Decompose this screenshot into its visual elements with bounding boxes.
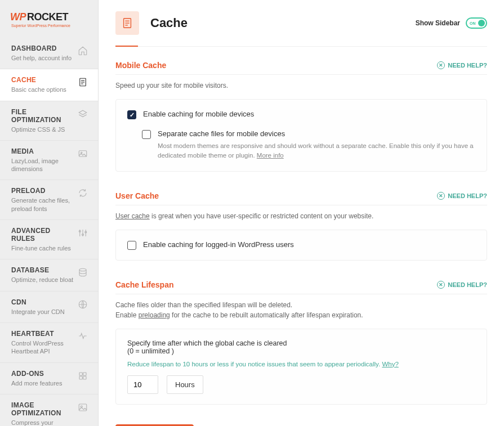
lifespan-tip: Reduce lifespan to 10 hours or less if y… — [127, 361, 475, 367]
separate-cache-desc: Most modern themes are responsive and sh… — [158, 141, 475, 161]
nav-item-heartbeat[interactable]: HEARTBEAT Control WordPress Heartbeat AP… — [0, 323, 98, 363]
nav-item-image-optimization[interactable]: IMAGE OPTIMIZATION Compress your images — [0, 394, 98, 426]
nav-title: MEDIA — [11, 147, 74, 155]
nav-item-file-optimization[interactable]: FILE OPTIMIZATION Optimize CSS & JS — [0, 101, 98, 141]
nav-subtitle: Optimize, reduce bloat — [11, 276, 74, 284]
media-icon — [78, 149, 88, 159]
section-user-cache: User Cache ✕ NEED HELP? User cache is gr… — [115, 191, 487, 261]
nav-title: PRELOAD — [11, 187, 74, 195]
lifespan-title: Cache Lifespan — [115, 280, 173, 289]
user-cache-title: User Cache — [115, 191, 159, 200]
nav-item-media[interactable]: MEDIA LazyLoad, image dimensions — [0, 141, 98, 181]
lifespan-panel: Specify time after which the global cach… — [115, 329, 487, 405]
nav-title: HEARTBEAT — [11, 330, 74, 338]
page-header: Cache Show Sidebar ON — [115, 11, 487, 47]
save-changes-button[interactable]: SAVE CHANGES — [115, 424, 194, 427]
svg-point-12 — [79, 269, 86, 272]
nav-title: DATABASE — [11, 266, 74, 274]
nav-subtitle: Generate cache files, preload fonts — [11, 196, 74, 213]
nav-subtitle: Compress your images — [11, 419, 74, 426]
user-cache-link[interactable]: User cache — [115, 212, 150, 220]
svg-rect-16 — [79, 376, 82, 379]
section-cache-lifespan: Cache Lifespan ✕ NEED HELP? Cache files … — [115, 280, 487, 405]
lifespan-spec2: (0 = unlimited ) — [127, 347, 475, 355]
checkbox-mobile-cache[interactable] — [127, 110, 136, 119]
sliders-icon — [78, 228, 88, 238]
lifespan-value-input[interactable] — [127, 375, 158, 394]
nav-item-cdn[interactable]: CDN Integrate your CDN — [0, 292, 98, 323]
nav-title: FILE OPTIMIZATION — [11, 108, 74, 124]
lifespan-spec: Specify time after which the global cach… — [127, 339, 475, 347]
svg-rect-14 — [79, 373, 82, 375]
nav-item-dashboard[interactable]: DASHBOARD Get help, account info — [0, 38, 98, 69]
lifespan-unit-select[interactable]: Hours — [167, 375, 203, 394]
sidebar: WPROCKET Superior WordPress Performance … — [0, 0, 99, 426]
show-sidebar-toggle[interactable]: ON — [466, 17, 487, 29]
preloading-link[interactable]: preloading — [139, 311, 170, 319]
separate-cache-label[interactable]: Separate cache files for mobile devices — [158, 129, 475, 138]
help-link-mobile[interactable]: ✕ NEED HELP? — [437, 61, 487, 69]
nav-item-cache[interactable]: CACHE Basic cache options — [0, 69, 98, 101]
help-text: NEED HELP? — [448, 62, 487, 69]
section-mobile-cache: Mobile Cache ✕ NEED HELP? Speed up your … — [115, 61, 487, 172]
user-cache-label[interactable]: Enable caching for logged-in WordPress u… — [143, 240, 475, 249]
nav-title: IMAGE OPTIMIZATION — [11, 401, 74, 417]
svg-rect-18 — [79, 404, 87, 411]
lifespan-desc: Cache files older than the specified lif… — [115, 300, 487, 320]
show-sidebar-wrap: Show Sidebar ON — [416, 17, 487, 29]
main-content: Cache Show Sidebar ON Mobile Cache ✕ NEE… — [99, 0, 504, 426]
logo: WPROCKET Superior WordPress Performance — [0, 0, 98, 38]
help-text: NEED HELP? — [448, 192, 487, 199]
logo-wp: WP — [10, 11, 26, 23]
page-icon — [115, 11, 139, 35]
nav-subtitle: Add more features — [11, 379, 74, 387]
mobile-cache-label[interactable]: Enable caching for mobile devices — [143, 110, 475, 118]
nav-title: ADVANCED RULES — [11, 227, 74, 243]
nav-item-preload[interactable]: PRELOAD Generate cache files, preload fo… — [0, 180, 98, 220]
svg-rect-15 — [83, 373, 86, 375]
layers-icon — [78, 109, 88, 119]
more-info-link[interactable]: More info — [257, 152, 284, 159]
svg-rect-17 — [83, 376, 86, 379]
help-text: NEED HELP? — [448, 281, 487, 288]
nav-title: CDN — [11, 298, 74, 306]
show-sidebar-label: Show Sidebar — [416, 19, 460, 27]
user-panel: Enable caching for logged-in WordPress u… — [115, 230, 487, 261]
home-icon — [78, 46, 88, 56]
database-icon — [78, 267, 88, 277]
heartbeat-icon — [78, 331, 88, 341]
nav-item-advanced-rules[interactable]: ADVANCED RULES Fine-tune cache rules — [0, 220, 98, 259]
logo-rocket: ROCKET — [27, 11, 68, 23]
cdn-icon — [78, 299, 88, 310]
nav-subtitle: Control WordPress Heartbeat API — [11, 339, 74, 356]
help-link-user[interactable]: ✕ NEED HELP? — [437, 192, 487, 200]
nav-subtitle: Fine-tune cache rules — [11, 244, 74, 252]
help-icon: ✕ — [437, 61, 445, 69]
nav-subtitle: Integrate your CDN — [11, 308, 74, 316]
checkbox-user-cache[interactable] — [127, 241, 136, 250]
image-icon — [78, 402, 88, 412]
why-link[interactable]: Why? — [382, 361, 398, 367]
nav-item-add-ons[interactable]: ADD-ONS Add more features — [0, 363, 98, 394]
nav-subtitle: Get help, account info — [11, 54, 74, 62]
nav-subtitle: Optimize CSS & JS — [11, 125, 74, 133]
nav-title: DASHBOARD — [11, 44, 74, 52]
help-link-lifespan[interactable]: ✕ NEED HELP? — [437, 281, 487, 289]
nav-subtitle: Basic cache options — [11, 86, 74, 93]
nav-item-database[interactable]: DATABASE Optimize, reduce bloat — [0, 259, 98, 291]
addons-icon — [78, 371, 88, 381]
mobile-cache-title: Mobile Cache — [115, 61, 166, 70]
document-icon — [121, 17, 133, 29]
nav-subtitle: LazyLoad, image dimensions — [11, 157, 74, 173]
nav-title: ADD-ONS — [11, 370, 74, 378]
help-icon: ✕ — [437, 192, 445, 200]
checkbox-separate-cache[interactable] — [142, 130, 151, 139]
doc-icon — [78, 77, 88, 87]
nav-title: CACHE — [11, 76, 74, 84]
logo-tagline: Superior WordPress Performance — [11, 24, 70, 28]
refresh-icon — [78, 188, 88, 198]
mobile-panel: Enable caching for mobile devices Separa… — [115, 99, 487, 172]
help-icon: ✕ — [437, 281, 445, 289]
page-title: Cache — [150, 16, 188, 30]
user-desc: User cache is great when you have user-s… — [115, 211, 487, 221]
